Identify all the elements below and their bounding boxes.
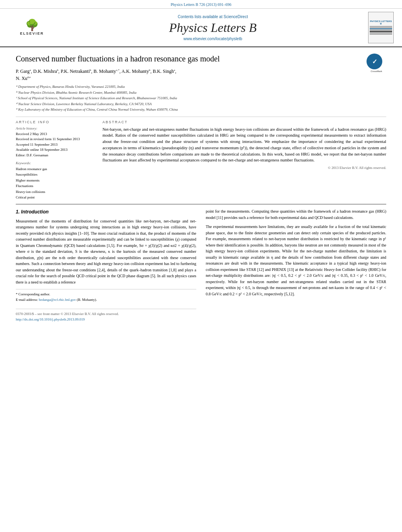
affil-c: ᶜ School of Physical Sciences, National …: [16, 96, 386, 101]
elsevier-name: ELSEVIER: [20, 32, 44, 35]
affil-d: ᵈ Nuclear Science Division, Lawrence Ber…: [16, 102, 386, 107]
sciencedirect-link: Contents lists available at ScienceDirec…: [58, 15, 368, 19]
crossmark-icon: ✓: [367, 54, 382, 69]
corresponding-note: * Corresponding author.: [16, 292, 196, 297]
body-divider: [16, 204, 386, 204]
available-date: Available online 18 September 2013: [16, 147, 95, 153]
journal-bar: Physics Letters B 726 (2013) 691–696: [0, 0, 402, 9]
copyright: © 2013 Elsevier B.V. All rights reserved…: [102, 166, 386, 170]
crossmark-badge: ✓ CrossMark: [367, 54, 386, 73]
keyword-6: Critical point: [16, 195, 95, 200]
keyword-1: Hadron resonance gas: [16, 166, 95, 172]
divider-1: [16, 117, 386, 117]
article-dates: Received 2 May 2013 Received in revised …: [16, 132, 95, 158]
abstract-col: ABSTRACT Net-baryon, net-charge and net-…: [102, 120, 386, 200]
article-title: Conserved number fluctuations in a hadro…: [16, 54, 386, 64]
doi-link[interactable]: http://dx.doi.org/10.1016/j.physletb.201…: [16, 317, 196, 323]
abstract-text: Net-baryon, net-charge and net-strangene…: [102, 126, 386, 164]
journal-url[interactable]: www.elsevier.com/locate/physletb: [58, 37, 368, 41]
tree-icon: 🌳: [25, 20, 39, 31]
footnote-area: * Corresponding author. E-mail address: …: [16, 289, 196, 302]
keyword-3: Higher moments: [16, 178, 95, 183]
bottom-bar: 0370-2693/$ – see front matter © 2013 El…: [16, 309, 196, 323]
elsevier-logo: 🌳 ELSEVIER: [6, 20, 58, 35]
affil-b: ᵇ Nuclear Physics Division, Bhabha Atomi…: [16, 90, 386, 96]
main-content: Conserved number fluctuations in a hadro…: [0, 47, 402, 329]
journal-center: Contents lists available at ScienceDirec…: [58, 15, 368, 41]
email-suffix: (B. Mohanty).: [77, 298, 97, 302]
body-section: 1. Introduction Measurement of the momen…: [16, 208, 386, 323]
journal-name: Physics Letters B: [58, 20, 368, 35]
keyword-4: Fluctuations: [16, 183, 95, 189]
keyword-5: Heavy-ion collisions: [16, 189, 95, 195]
authors: P. Garga, D.K. Mishrab, P.K. Netrakantib…: [16, 68, 386, 82]
cover-image: PHYSICS LETTERS B: [368, 12, 394, 43]
editor: Editor: D.F. Geesaman: [16, 153, 95, 158]
keyword-2: Susceptibilities: [16, 172, 95, 177]
received-date: Received 2 May 2013: [16, 132, 95, 137]
issn-line: 0370-2693/$ – see front matter © 2013 El…: [16, 311, 196, 317]
info-abstract-section: ARTICLE INFO Article history: Received 2…: [16, 120, 386, 200]
logo-area: 🌳 ELSEVIER: [6, 20, 58, 35]
sciencedirect-text[interactable]: ScienceDirect: [223, 15, 248, 19]
crossmark-label: CrossMark: [367, 70, 386, 72]
cover-decoration: [370, 26, 392, 35]
cover-title: PHYSICS LETTERS B: [370, 20, 392, 25]
header-section: 🌳 ELSEVIER Contents lists available at S…: [0, 9, 402, 47]
affiliations: ᵃ Department of Physics, Banaras Hindu U…: [16, 84, 386, 113]
page: Physics Letters B 726 (2013) 691–696 🌳 E…: [0, 0, 402, 532]
keywords-list: Hadron resonance gas Susceptibilities Hi…: [16, 166, 95, 200]
right-para2: The experimental measurements have limit…: [206, 224, 386, 297]
intro-para1: Measurement of the moments of distributi…: [16, 218, 196, 285]
email-address[interactable]: bedanga@rcf.rhic.bnl.gov: [39, 298, 76, 302]
article-info-header: ARTICLE INFO: [16, 120, 95, 124]
abstract-header: ABSTRACT: [102, 120, 386, 124]
body-col-left: 1. Introduction Measurement of the momen…: [16, 208, 196, 323]
email-label: E-mail address:: [16, 298, 38, 302]
revised-date: Received in revised form 11 September 20…: [16, 137, 95, 142]
intro-title: 1. Introduction: [16, 208, 196, 216]
affil-a: ᵃ Department of Physics, Banaras Hindu U…: [16, 84, 386, 90]
history-label: Article history:: [16, 126, 95, 130]
keywords-header: Keywords:: [16, 161, 95, 165]
right-para1: point for the measurements. Computing th…: [206, 208, 386, 221]
email-note: E-mail address: bedanga@rcf.rhic.bnl.gov…: [16, 297, 196, 303]
accepted-date: Accepted 11 September 2013: [16, 142, 95, 148]
title-row: Conserved number fluctuations in a hadro…: [16, 54, 386, 64]
journal-cover: PHYSICS LETTERS B: [368, 12, 396, 43]
article-info-col: ARTICLE INFO Article history: Received 2…: [16, 120, 95, 200]
body-col-right: point for the measurements. Computing th…: [206, 208, 386, 323]
journal-citation: Physics Letters B 726 (2013) 691–696: [171, 2, 231, 7]
affil-e: ᵉ Key Laboratory of the Ministry of Educ…: [16, 107, 386, 113]
